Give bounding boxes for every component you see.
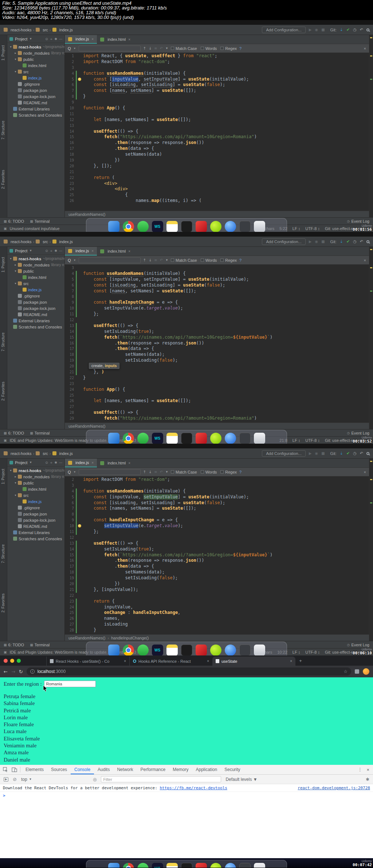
lime-dock-icon[interactable] <box>210 863 221 868</box>
breadcrumb-item-react-hooks[interactable]: react-hooks <box>4 451 31 456</box>
checkbox-icon[interactable] <box>220 470 224 474</box>
tree-item-react-hooks[interactable]: ▼react-hooks~/programs/react/react-hooks <box>7 467 64 474</box>
tree-item-index-html[interactable]: index.html <box>7 62 64 69</box>
appstore-dock-icon[interactable] <box>137 221 149 232</box>
pdf-dock-icon[interactable] <box>196 221 207 232</box>
intention-bulb-icon[interactable] <box>78 78 81 81</box>
tree-item-external-libraries[interactable]: External Libraries <box>7 529 64 536</box>
tool-window-button-6-todo[interactable]: ▦6: TODO <box>4 431 24 435</box>
inspect-element-icon[interactable] <box>3 767 8 772</box>
tree-item-gitignore[interactable]: .gitignore <box>7 293 64 299</box>
search-option-words[interactable]: Words <box>201 258 217 262</box>
editor-breadcrumb-userandomnames[interactable]: useRandomNames() <box>68 424 105 428</box>
tool-window-tab-2-favorites[interactable]: 2: Favorites <box>1 170 5 189</box>
git-commit-icon[interactable]: ✔ <box>346 451 350 456</box>
checkbox-icon[interactable] <box>171 258 174 262</box>
tool-window-button-terminal[interactable]: ▦Terminal <box>30 431 50 435</box>
search-option-match-case[interactable]: Match Case <box>171 46 197 51</box>
docs-dock-icon[interactable] <box>239 863 251 868</box>
rollback-icon[interactable]: ↶ <box>360 451 363 456</box>
chrome-dock-icon[interactable] <box>123 221 134 232</box>
settings-gear-icon[interactable]: ✱ <box>54 461 57 464</box>
devtools-tab-security[interactable]: Security <box>221 765 244 774</box>
status-segment[interactable]: LF ↕ <box>292 226 300 231</box>
code-editor[interactable]: 34function useRandomNames(initialValue) … <box>65 265 369 423</box>
debug-icon[interactable]: ◉ <box>315 240 318 244</box>
tree-item-index-html[interactable]: index.html <box>7 486 64 492</box>
devtools-tab-network[interactable]: Network <box>113 765 137 774</box>
finder-dock-icon[interactable] <box>108 221 119 232</box>
tree-item-index-js[interactable]: index.js <box>7 75 64 81</box>
tool-window-tab-1-project[interactable]: 1: Project <box>1 45 5 61</box>
git-commit-icon[interactable]: ✔ <box>346 239 350 244</box>
stop-icon[interactable]: ■ <box>321 28 325 32</box>
trash-dock-icon[interactable] <box>254 221 265 232</box>
debug-icon[interactable]: ◉ <box>315 28 318 32</box>
chevron-down-icon[interactable]: ▼ <box>74 47 76 50</box>
devtools-settings-icon[interactable]: ✱ <box>366 777 369 782</box>
globe-dock-icon[interactable] <box>225 221 236 232</box>
event-log-button[interactable]: ◷ Event Log <box>347 431 369 435</box>
lime-dock-icon[interactable] <box>210 221 221 232</box>
prev-match-icon[interactable]: ↑ <box>143 258 146 262</box>
prev-match-icon[interactable]: ↑ <box>143 46 146 50</box>
search-option-match-case[interactable]: Match Case <box>171 470 197 474</box>
devtools-tab-console[interactable]: Console <box>71 765 94 774</box>
help-icon[interactable]: ? <box>239 258 242 262</box>
tool-window-tab-7-structure[interactable]: 7: Structure <box>1 121 5 140</box>
run-icon[interactable]: ▶ <box>309 28 312 32</box>
close-tab-icon[interactable]: × <box>128 38 130 42</box>
tree-item-src[interactable]: ▼src <box>7 69 64 75</box>
checkbox-icon[interactable] <box>201 258 204 262</box>
javascript-context-selector[interactable]: top▼ <box>21 777 89 782</box>
editor-tab-index-js[interactable]: index.js× <box>65 459 97 467</box>
console-sidebar-icon[interactable]: ▶ <box>4 777 8 782</box>
finder-dock-icon[interactable] <box>108 863 119 868</box>
trash-dock-icon[interactable] <box>254 645 265 656</box>
bookmark-star-icon[interactable]: ☆ <box>343 669 348 674</box>
chevron-down-icon[interactable]: ▼ <box>74 471 76 473</box>
add-configuration-button[interactable]: Add Configuration... <box>262 450 305 457</box>
globe-dock-icon[interactable] <box>225 863 236 868</box>
close-search-icon[interactable]: × <box>364 258 366 262</box>
breadcrumb-item-react-hooks[interactable]: react-hooks <box>4 28 31 32</box>
tree-item-package-json[interactable]: package.json <box>7 87 64 93</box>
region-input[interactable] <box>44 681 96 687</box>
tree-item-scratches-and-consoles[interactable]: Scratches and Consoles <box>7 324 64 330</box>
tree-item-gitignore[interactable]: .gitignore <box>7 505 64 511</box>
pdf-dock-icon[interactable] <box>196 433 207 444</box>
locate-icon[interactable]: ⊙ <box>45 37 48 41</box>
tree-item-node-modules[interactable]: ►node_moduleslibrary root <box>7 474 64 480</box>
chrome-dock-icon[interactable] <box>123 433 134 444</box>
finder-dock-icon[interactable] <box>108 645 119 656</box>
event-log-button[interactable]: ◷ Event Log <box>347 219 369 223</box>
tool-window-tab-1-project[interactable]: 1: Project <box>1 257 5 272</box>
appstore-dock-icon[interactable] <box>137 863 149 868</box>
address-bar[interactable]: i localhost:3000 ☆ <box>27 667 351 676</box>
pdf-dock-icon[interactable] <box>196 645 207 656</box>
tree-item-readme-md[interactable]: README.md <box>7 523 64 529</box>
minimize-window-button[interactable] <box>10 659 14 663</box>
locate-icon[interactable]: ⊙ <box>45 249 48 253</box>
search-everywhere-icon[interactable] <box>366 240 369 243</box>
help-icon[interactable]: ? <box>239 46 242 51</box>
breadcrumb-item-index-js[interactable]: index.js <box>52 240 73 244</box>
filter-funnel-icon[interactable]: ▼ <box>165 258 168 262</box>
site-info-icon[interactable]: i <box>30 669 35 674</box>
terminal-dock-icon[interactable] <box>181 645 192 656</box>
checkbox-icon[interactable] <box>201 47 204 50</box>
undo-icon[interactable]: ↶ <box>160 470 163 474</box>
history-icon[interactable]: ◷ <box>353 239 357 244</box>
add-configuration-button[interactable]: Add Configuration... <box>262 238 305 245</box>
git-update-icon[interactable]: ⇣ <box>340 239 343 244</box>
close-tab-icon[interactable]: × <box>128 461 130 465</box>
tree-item-package-json[interactable]: package.json <box>7 299 64 305</box>
tree-item-external-libraries[interactable]: External Libraries <box>7 318 64 324</box>
tool-window-tab-1-project[interactable]: 1: Project <box>1 469 5 484</box>
select-all-matches-icon[interactable]: ≡ <box>154 258 157 262</box>
chrome-dock-icon[interactable] <box>123 863 134 868</box>
close-tab-icon[interactable]: × <box>91 37 94 41</box>
globe-dock-icon[interactable] <box>225 645 236 656</box>
docs-dock-icon[interactable] <box>239 221 251 232</box>
search-everywhere-icon[interactable] <box>366 28 369 31</box>
